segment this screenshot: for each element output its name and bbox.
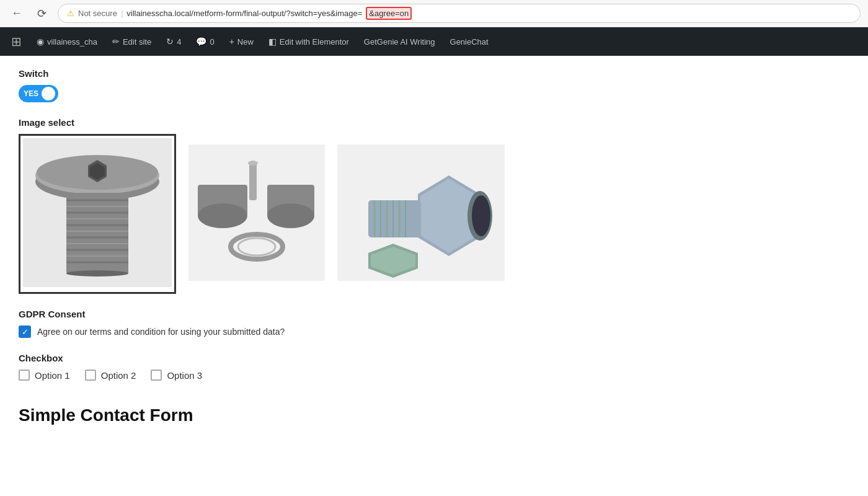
main-content: Switch YES Image select: [0, 56, 682, 438]
comments-icon: 💬: [196, 37, 206, 46]
switch-toggle[interactable]: YES: [19, 85, 58, 102]
toggle-yes-label: YES: [24, 89, 38, 98]
gdpr-section: GDPR Consent ✓ Agree on our terms and co…: [19, 309, 663, 338]
site-icon: ◉: [37, 37, 44, 46]
image-select-grid: [19, 134, 663, 294]
image-select-section: Image select: [19, 117, 663, 294]
wp-site-name[interactable]: ◉ villainess_cha: [30, 33, 104, 50]
parts-svg: [188, 144, 325, 281]
gdpr-text: Agree on our terms and condition for usi…: [37, 327, 285, 337]
svg-point-22: [198, 203, 247, 228]
url-separator: |: [121, 9, 123, 18]
warning-icon: ⚠: [67, 9, 74, 18]
reload-button[interactable]: ⟳: [33, 4, 50, 23]
updates-icon: ↻: [166, 37, 174, 46]
svg-rect-23: [249, 163, 257, 200]
toggle-circle: [42, 87, 55, 100]
edit-elementor-btn[interactable]: ◧ Edit with Elementor: [262, 33, 355, 50]
svg-point-34: [472, 195, 490, 236]
contact-form-heading: Simple Contact Form: [19, 405, 663, 425]
connector-svg: [337, 144, 505, 281]
wp-logo-icon[interactable]: ⊞: [5, 34, 28, 49]
gdpr-checkbox[interactable]: ✓: [19, 326, 31, 338]
edit-site-btn[interactable]: ✏ Edit site: [106, 33, 157, 50]
checkbox-box-1: [19, 370, 30, 381]
checkbox-options: Option 1 Option 2 Option 3: [19, 370, 663, 381]
checkbox-option-1[interactable]: Option 1: [19, 370, 70, 381]
new-btn[interactable]: + New: [223, 33, 260, 50]
image-option-2[interactable]: [188, 144, 325, 283]
checkbox-box-3: [151, 370, 162, 381]
url-bar[interactable]: ⚠ Not secure | villainesscha.local/metfo…: [58, 4, 861, 23]
pencil-icon: ✏: [112, 37, 120, 46]
checkbox-option-3[interactable]: Option 3: [151, 370, 202, 381]
plus-icon: +: [229, 37, 234, 46]
checkbox-label: Checkbox: [19, 353, 663, 363]
url-highlighted-param: &agree=on: [366, 7, 412, 20]
bolt-svg: [23, 138, 172, 287]
image-option-1[interactable]: [19, 134, 176, 294]
image-select-label: Image select: [19, 117, 663, 128]
svg-point-24: [248, 161, 258, 166]
checkbox-section: Checkbox Option 1 Option 2 Option 3: [19, 353, 663, 381]
checkbox-option-2[interactable]: Option 2: [85, 370, 136, 381]
svg-point-27: [267, 203, 314, 228]
switch-field-section: Switch YES: [19, 68, 663, 102]
svg-rect-35: [368, 200, 421, 237]
geniechat-btn[interactable]: GenieChat: [444, 33, 495, 50]
gdpr-label: GDPR Consent: [19, 309, 663, 319]
comments-btn[interactable]: 💬 0: [190, 33, 220, 50]
option1-label: Option 1: [35, 370, 70, 381]
site-name-label: villainess_cha: [47, 37, 97, 46]
gdpr-row: ✓ Agree on our terms and condition for u…: [19, 326, 663, 338]
getgenie-btn[interactable]: GetGenie AI Writing: [358, 33, 441, 50]
wp-admin-bar: ⊞ ◉ villainess_cha ✏ Edit site ↻ 4 💬 0 +…: [0, 27, 868, 56]
elementor-icon: ◧: [268, 37, 277, 46]
checkbox-box-2: [85, 370, 96, 381]
address-bar: ← ⟳ ⚠ Not secure | villainesscha.local/m…: [0, 0, 868, 27]
not-secure-label: Not secure: [78, 9, 117, 18]
option3-label: Option 3: [167, 370, 202, 381]
svg-point-18: [66, 270, 128, 277]
updates-btn[interactable]: ↻ 4: [160, 33, 187, 50]
url-text: villainesscha.local/metform-form/final-o…: [126, 9, 362, 18]
image-option-3[interactable]: [337, 144, 505, 283]
option2-label: Option 2: [101, 370, 136, 381]
back-button[interactable]: ←: [7, 4, 26, 22]
switch-field-label: Switch: [19, 68, 663, 79]
checkmark-icon: ✓: [22, 328, 29, 336]
